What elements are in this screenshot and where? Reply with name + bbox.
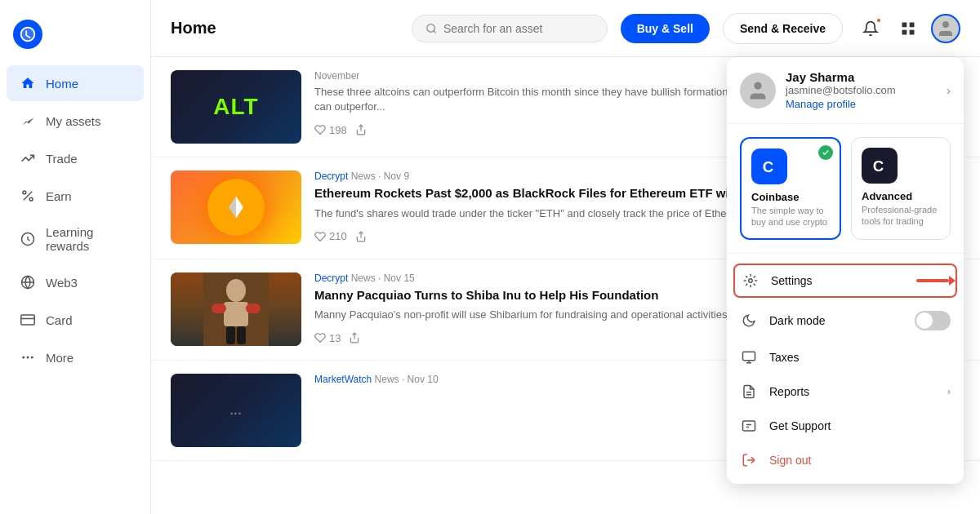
sidebar-item-my-assets[interactable]: My assets: [7, 103, 144, 139]
news-thumbnail-alt: ALT: [171, 70, 301, 144]
svg-rect-33: [237, 326, 246, 344]
svg-text:C: C: [873, 157, 884, 175]
svg-rect-14: [902, 22, 907, 27]
settings-label: Settings: [771, 274, 813, 287]
header: Home Buy & Sell Send & Receive: [151, 0, 980, 57]
share-icon-eth: [355, 231, 367, 242]
menu-item-sign-out[interactable]: Sign out: [727, 443, 964, 477]
apps-button[interactable]: [893, 14, 923, 43]
sidebar-item-web3-label: Web3: [46, 276, 78, 290]
sidebar-item-earn-label: Earn: [46, 189, 72, 203]
dropdown-avatar: [740, 73, 776, 109]
svg-point-12: [426, 24, 434, 32]
svg-rect-17: [910, 29, 915, 34]
search-input[interactable]: [443, 22, 594, 35]
boxer-silhouette-svg: [203, 273, 269, 346]
news-thumbnail-mw: ...: [171, 374, 301, 447]
heart-icon-pacquiao: [314, 332, 326, 343]
header-actions: [856, 14, 960, 43]
sidebar-item-web3[interactable]: Web3: [7, 264, 144, 300]
user-dropdown-menu: Jay Sharma jasmine@botsfolio.com Manage …: [727, 57, 964, 484]
sidebar-item-home[interactable]: Home: [7, 65, 144, 101]
ethereum-icon: [221, 193, 251, 222]
coinbase-c-icon: C: [758, 155, 781, 178]
user-avatar[interactable]: [931, 14, 960, 43]
dropdown-profile-info: Jay Sharma jasmine@botsfolio.com Manage …: [786, 70, 937, 110]
sidebar-item-learning-label: Learning rewards: [46, 225, 131, 253]
svg-line-1: [24, 192, 33, 201]
like-button-pacquiao[interactable]: 13: [314, 332, 341, 344]
svg-point-11: [31, 357, 33, 359]
svg-point-9: [22, 357, 24, 359]
menu-item-taxes[interactable]: Taxes: [727, 340, 964, 374]
boxer-image: [171, 273, 301, 346]
dropdown-menu-items: Settings Dark mode Taxes: [727, 254, 964, 484]
home-icon: [20, 75, 36, 91]
menu-item-settings[interactable]: Settings: [733, 264, 957, 298]
dropdown-apps-section: C Coinbase The simple way to buy and use…: [727, 124, 964, 254]
dark-mode-toggle[interactable]: [915, 311, 951, 330]
send-receive-button[interactable]: Send & Receive: [723, 13, 843, 44]
svg-rect-30: [212, 304, 226, 313]
checkmark-icon: [822, 148, 830, 157]
like-button-november[interactable]: 198: [314, 124, 347, 136]
coinbase-logo-icon: [13, 20, 42, 49]
svg-rect-39: [743, 352, 755, 361]
sidebar-item-card-label: Card: [46, 313, 73, 327]
sidebar-item-learning-rewards[interactable]: Learning rewards: [7, 215, 144, 263]
coinbase-check-badge: [818, 145, 833, 160]
reports-chevron: ›: [947, 386, 951, 397]
share-button-eth[interactable]: [355, 231, 367, 242]
learning-icon: [20, 231, 36, 247]
sidebar-item-earn[interactable]: Earn: [7, 178, 144, 214]
menu-item-dark-mode[interactable]: Dark mode: [727, 301, 964, 340]
sidebar-logo: [0, 13, 150, 65]
menu-item-get-support[interactable]: Get Support: [727, 409, 964, 443]
sidebar-item-trade[interactable]: Trade: [7, 140, 144, 176]
dropdown-user-email: jasmine@botsfolio.com: [786, 84, 937, 96]
sign-out-label: Sign out: [769, 454, 811, 467]
mw-date: Nov 10: [408, 374, 439, 385]
svg-point-18: [942, 21, 949, 28]
sidebar-item-more[interactable]: More: [7, 339, 144, 375]
app-card-coinbase[interactable]: C Coinbase The simple way to buy and use…: [740, 137, 841, 240]
buy-sell-button[interactable]: Buy & Sell: [621, 14, 710, 43]
signout-icon: [740, 453, 758, 467]
svg-rect-29: [224, 302, 248, 326]
dropdown-manage-profile[interactable]: Manage profile: [786, 98, 937, 110]
notifications-button[interactable]: [856, 14, 885, 43]
menu-item-reports[interactable]: Reports ›: [727, 374, 964, 409]
pacquiao-source: Decrypt: [314, 273, 348, 284]
advanced-app-name: Advanced: [862, 190, 940, 202]
coinbase-app-desc: The simple way to buy and use crypto: [751, 205, 830, 228]
heart-icon: [314, 124, 326, 135]
pacquiao-date: Nov 15: [384, 273, 415, 284]
sidebar-item-card[interactable]: Card: [7, 302, 144, 338]
app-card-advanced[interactable]: C Advanced Professional-grade tools for …: [851, 137, 951, 240]
like-button-eth[interactable]: 210: [314, 230, 347, 242]
dropdown-profile-section[interactable]: Jay Sharma jasmine@botsfolio.com Manage …: [727, 57, 964, 124]
svg-point-2: [23, 191, 26, 194]
earn-icon: [20, 188, 36, 204]
thumb-alt-text: ALT: [171, 70, 301, 144]
red-arrow-head: [949, 276, 956, 286]
svg-point-35: [754, 82, 761, 89]
heart-icon-eth: [314, 231, 326, 242]
share-button-november[interactable]: [355, 124, 367, 135]
svg-line-13: [434, 30, 436, 33]
svg-point-3: [29, 197, 33, 201]
chart-icon: [20, 113, 36, 129]
advanced-app-desc: Professional-grade tools for trading: [862, 204, 940, 228]
share-button-pacquiao[interactable]: [349, 332, 360, 343]
svg-rect-31: [246, 304, 261, 313]
search-icon: [425, 22, 437, 35]
coinbase-app-name: Coinbase: [751, 191, 830, 203]
more-icon: [20, 349, 36, 366]
advanced-app-icon: C: [862, 148, 898, 184]
support-icon: [740, 419, 758, 433]
taxes-label: Taxes: [769, 351, 800, 364]
news-thumbnail-pacquiao: [171, 273, 301, 346]
sidebar: Home My assets Trade Earn Learning rewar…: [0, 0, 151, 514]
reports-label: Reports: [769, 385, 809, 398]
search-bar[interactable]: [412, 15, 608, 42]
